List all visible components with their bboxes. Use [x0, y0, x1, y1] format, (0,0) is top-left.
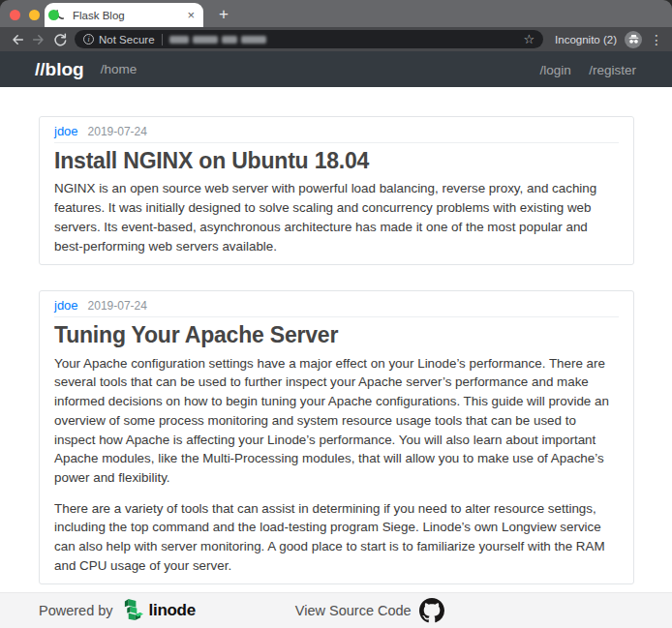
linode-link[interactable]: linode	[122, 598, 196, 623]
page-footer: Powered by linode View Source Co	[0, 592, 672, 628]
site-navbar: //blog /home /login /register	[0, 51, 672, 87]
reload-icon[interactable]	[49, 31, 71, 48]
bookmark-star-icon[interactable]: ☆	[523, 33, 535, 45]
post-title-link[interactable]: Tuning Your Apache Server	[54, 322, 619, 347]
post-author-link[interactable]: jdoe	[54, 124, 78, 138]
github-link[interactable]	[419, 598, 444, 623]
redacted-url	[169, 36, 266, 44]
post-meta: jdoe 2019-07-24	[54, 298, 619, 317]
linode-wordmark: linode	[149, 601, 196, 620]
forward-icon[interactable]	[28, 31, 49, 48]
not-secure-label: Not Secure	[99, 34, 155, 45]
post-author-link[interactable]: jdoe	[54, 298, 78, 313]
tab-title: Flask Blog	[73, 10, 180, 21]
post-excerpt: Your Apache configuration settings have …	[54, 354, 619, 488]
incognito-count-label: Incognito (2)	[555, 34, 617, 45]
new-tab-button[interactable]: +	[219, 6, 229, 22]
omnibox-divider	[162, 34, 163, 45]
minimize-window-button[interactable]	[29, 10, 40, 20]
github-icon	[419, 598, 444, 623]
post-date: 2019-07-24	[88, 125, 147, 138]
site-info-button[interactable]: i Not Secure	[83, 34, 155, 45]
powered-by-label: Powered by	[39, 603, 113, 618]
back-icon[interactable]	[7, 31, 28, 48]
nav-link-home[interactable]: /home	[101, 62, 137, 76]
post-card: jdoe 2019-07-24 Install NGINX on Ubuntu …	[39, 116, 634, 265]
tab-strip: Flask Blog × +	[0, 0, 672, 27]
incognito-icon	[625, 31, 642, 48]
view-source-label: View Source Code	[295, 603, 412, 618]
post-card: jdoe 2019-07-24 Tuning Your Apache Serve…	[39, 290, 634, 584]
window-controls	[10, 10, 59, 20]
navbar-brand[interactable]: //blog	[35, 59, 84, 80]
chrome-menu-icon[interactable]: ⋮	[650, 33, 663, 46]
tab-flask-blog[interactable]: Flask Blog ×	[45, 3, 203, 27]
post-date: 2019-07-24	[88, 299, 147, 313]
post-title-link[interactable]: Install NGINX on Ubuntu 18.04	[54, 148, 619, 173]
post-list: jdoe 2019-07-24 Install NGINX on Ubuntu …	[0, 87, 672, 628]
linode-logo-icon	[122, 598, 144, 623]
post-excerpt: NGINX is an open source web server with …	[54, 179, 619, 255]
page: //blog /home /login /register jdoe 2019-…	[0, 51, 672, 628]
browser-toolbar: i Not Secure ☆ Incognito (2) ⋮	[0, 27, 672, 51]
nav-link-register[interactable]: /register	[589, 63, 636, 77]
zoom-window-button[interactable]	[48, 10, 59, 20]
post-excerpt: There are a variety of tools that can as…	[54, 499, 619, 576]
tab-close-icon[interactable]: ×	[187, 9, 195, 21]
address-bar[interactable]: i Not Secure ☆	[75, 30, 543, 48]
post-meta: jdoe 2019-07-24	[54, 124, 619, 143]
browser-window: Flask Blog × + i Not Secure ☆ Incognito …	[0, 0, 672, 628]
close-window-button[interactable]	[10, 10, 20, 20]
info-icon: i	[83, 34, 94, 45]
nav-link-login[interactable]: /login	[539, 63, 570, 77]
